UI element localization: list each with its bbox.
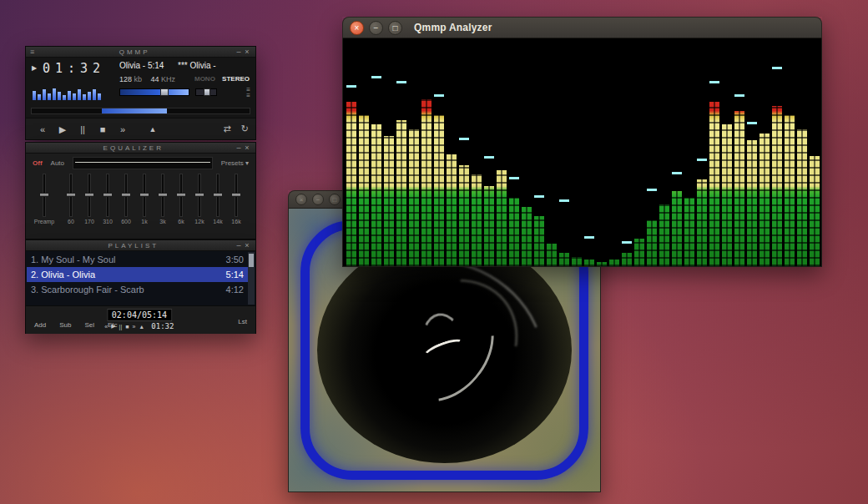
analyzer-bar (596, 38, 608, 266)
eq-band-slider[interactable] (117, 172, 135, 219)
maximize-icon[interactable]: □ (388, 21, 402, 35)
peak-marker (534, 195, 544, 198)
eq-band-slider[interactable] (135, 172, 154, 219)
playlist-row[interactable]: 1. My Soul - My Soul3:50 (27, 252, 248, 267)
slider-handle[interactable] (39, 193, 49, 197)
eq-band-slider[interactable] (209, 172, 227, 219)
track-title: 1. My Soul - My Soul (31, 252, 115, 267)
analyzer-window: × − □ Qmmp Analyzer (342, 17, 822, 267)
playlist-titlebar[interactable]: PLAYLIST – × (26, 240, 255, 251)
mini-spectrum-bar (83, 94, 86, 100)
window-title: Qmmp Analyzer (414, 22, 492, 33)
shade-icon[interactable]: – (235, 144, 243, 152)
next-button[interactable]: » (113, 122, 133, 137)
main-titlebar[interactable]: ≡ QMMP – × (26, 47, 255, 58)
close-icon[interactable]: × (295, 194, 307, 205)
slider-handle[interactable] (231, 193, 241, 197)
mini-spectrum-bar (93, 89, 96, 100)
previous-button[interactable]: « (104, 324, 108, 330)
peak-marker (584, 236, 594, 239)
bitrate-unit: kb (134, 75, 143, 83)
eq-band-slider[interactable] (80, 172, 98, 219)
analyzer-bar (371, 38, 383, 266)
track-duration: 4:12 (226, 282, 244, 297)
stop-button[interactable]: ■ (93, 122, 113, 137)
scrollbar-thumb[interactable] (249, 254, 254, 267)
slider-handle[interactable] (176, 193, 186, 197)
preamp-slider[interactable] (33, 172, 55, 219)
analyzer-bar (496, 38, 508, 266)
close-icon[interactable]: × (243, 144, 251, 152)
pause-button[interactable]: || (119, 324, 123, 330)
add-button[interactable]: Add (34, 321, 46, 329)
close-icon[interactable]: × (350, 21, 364, 35)
peak-marker (697, 159, 707, 161)
shuffle-button[interactable]: ⇄ (224, 123, 231, 134)
repeat-button[interactable]: ↻ (241, 123, 249, 134)
pause-button[interactable]: || (73, 122, 93, 137)
minimize-icon[interactable]: − (312, 194, 324, 205)
eq-auto-button[interactable]: Auto (51, 159, 64, 167)
minimize-icon[interactable]: – (235, 48, 243, 56)
slider-handle[interactable] (213, 193, 223, 197)
balance-handle[interactable] (204, 88, 210, 96)
eq-band-slider[interactable] (154, 172, 172, 219)
playlist-scrollbar[interactable] (248, 252, 255, 305)
list-menu-button[interactable]: Lst (238, 318, 247, 325)
analyzer-bar (346, 38, 358, 266)
eq-band-slider[interactable] (172, 172, 190, 219)
close-icon[interactable]: × (243, 241, 251, 249)
balance-slider[interactable] (195, 88, 217, 96)
playlist-row[interactable]: 2. Olivia - Olivia5:14 (27, 267, 248, 282)
next-button[interactable]: » (132, 324, 135, 330)
minimize-icon[interactable]: − (369, 21, 383, 35)
stereo-indicator: STEREO (222, 75, 250, 83)
slider-handle[interactable] (103, 193, 113, 197)
eq-band-slider[interactable] (62, 172, 80, 219)
volume-handle[interactable] (160, 88, 169, 96)
slider-handle[interactable] (66, 193, 76, 197)
playlist-toggle-button[interactable]: ≡ (246, 93, 250, 98)
eq-band-slider[interactable] (190, 172, 209, 219)
eq-band-label: 310 (98, 219, 117, 227)
eq-onoff-button[interactable]: Off (33, 159, 43, 167)
analyzer-titlebar[interactable]: × − □ Qmmp Analyzer (342, 17, 822, 38)
analyzer-bar (621, 38, 633, 266)
eq-band-label: 12k (190, 219, 209, 227)
analyzer-bar (433, 38, 446, 266)
sub-button[interactable]: Sub (59, 321, 71, 329)
eject-button[interactable]: ▲ (139, 324, 144, 330)
stop-button[interactable]: ■ (125, 324, 129, 330)
peak-marker (747, 122, 757, 124)
qmmp-main-window: ≡ QMMP – × ▶ 01:32 Olivia - 5:14 *** Oli… (25, 46, 256, 140)
equalizer-titlebar[interactable]: EQUALIZER – × (26, 143, 255, 154)
eq-presets-button[interactable]: Presets ▾ (221, 159, 249, 167)
slider-handle[interactable] (121, 193, 131, 197)
mini-spectrum-bar (73, 93, 76, 100)
close-icon[interactable]: × (243, 48, 251, 56)
mini-spectrum-bar (88, 92, 91, 100)
slider-handle[interactable] (158, 193, 168, 197)
mini-spectrum-bar (38, 94, 41, 100)
slider-handle[interactable] (84, 193, 94, 197)
eq-band-slider[interactable] (98, 172, 117, 219)
play-button[interactable]: ▶ (53, 122, 73, 137)
maximize-icon[interactable]: □ (329, 194, 341, 205)
previous-button[interactable]: « (33, 122, 53, 137)
mini-spectrum-bar (98, 93, 101, 100)
volume-slider[interactable] (119, 88, 189, 96)
mini-spectrum-bar (43, 89, 46, 100)
eq-band-slider[interactable] (227, 172, 245, 219)
seek-bar[interactable] (31, 108, 250, 114)
shade-icon[interactable]: – (235, 241, 243, 249)
eject-button[interactable]: ▲ (143, 122, 163, 137)
slider-handle[interactable] (139, 193, 149, 197)
playlist-row[interactable]: 3. Scarborough Fair - Scarb4:12 (27, 282, 248, 297)
play-button[interactable]: ▶ (111, 323, 115, 330)
slider-handle[interactable] (194, 193, 204, 197)
seek-handle[interactable] (102, 108, 167, 113)
desktop-wallpaper: × − □ × − □ Qmmp Analyzer ≡ QMMP – × (0, 0, 868, 504)
analyzer-bar (458, 38, 471, 266)
sel-button[interactable]: Sel (84, 321, 94, 329)
peak-marker (622, 241, 632, 244)
